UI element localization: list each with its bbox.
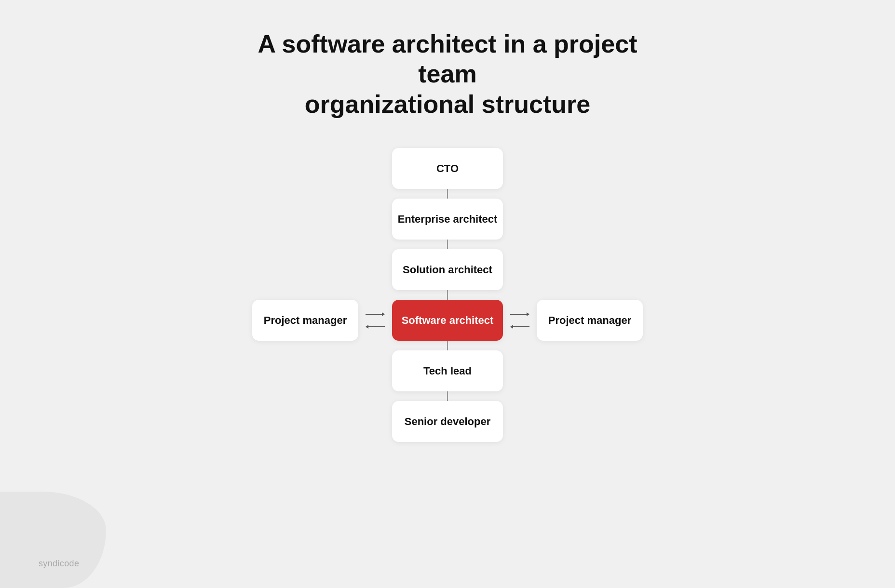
connector-software-tech bbox=[447, 341, 448, 350]
brand-logo: syndicode bbox=[39, 559, 79, 569]
software-architect-box: Software architect bbox=[392, 300, 503, 341]
solution-architect-box: Solution architect bbox=[392, 249, 503, 290]
connector-tech-senior bbox=[447, 391, 448, 401]
page-title: A software architect in a project team o… bbox=[231, 29, 664, 119]
project-manager-left-box: Project manager bbox=[252, 300, 358, 341]
svg-marker-6 bbox=[366, 325, 368, 329]
senior-developer-box: Senior developer bbox=[392, 401, 503, 442]
project-manager-right-box: Project manager bbox=[537, 300, 643, 341]
arrow-left-left bbox=[366, 322, 385, 329]
cto-box: CTO bbox=[392, 148, 503, 189]
arrow-right-left bbox=[366, 312, 385, 319]
decorative-blob bbox=[0, 492, 106, 588]
tech-lead-box: Tech lead bbox=[392, 350, 503, 391]
arrow-left-right bbox=[510, 322, 529, 329]
connector-enterprise-solution bbox=[447, 240, 448, 249]
svg-marker-10 bbox=[510, 325, 513, 329]
connector-cto-enterprise bbox=[447, 189, 448, 199]
connector-solution-software bbox=[447, 290, 448, 300]
org-chart: CTO Enterprise architect Solution archit… bbox=[252, 148, 643, 442]
right-connector-arrows bbox=[503, 312, 537, 329]
middle-row: Project manager bbox=[252, 300, 643, 341]
enterprise-architect-box: Enterprise architect bbox=[392, 199, 503, 240]
left-connector-arrows bbox=[358, 312, 392, 329]
svg-marker-8 bbox=[527, 312, 529, 316]
arrow-right-right bbox=[510, 312, 529, 319]
svg-marker-4 bbox=[382, 312, 385, 316]
main-container: A software architect in a project team o… bbox=[0, 0, 895, 588]
